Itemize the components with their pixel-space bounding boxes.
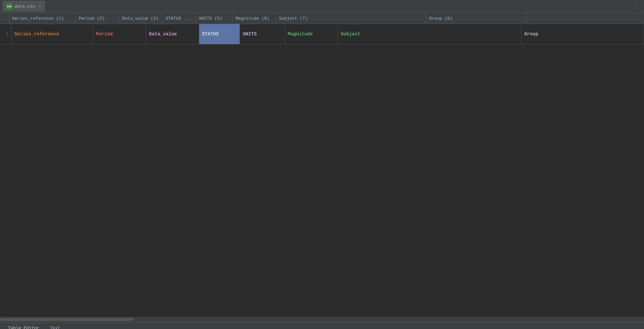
file-tab[interactable]: CSV data.csv × [3, 1, 45, 12]
col-header-subject[interactable]: Subject (7) [276, 13, 426, 24]
cell-1-magnitude[interactable]: Magnitude [285, 24, 338, 44]
col-header-status[interactable]: STATUS ... [163, 13, 196, 24]
cell-1-subject[interactable]: Subject [338, 24, 521, 44]
cell-1-units[interactable]: UNITS [240, 24, 285, 44]
cell-1-group[interactable]: Group [522, 24, 644, 44]
col-header-magnitude[interactable]: Magnitude (6) [233, 13, 276, 24]
tab-filename: data.csv [14, 4, 35, 9]
scrollbar-thumb[interactable] [0, 318, 133, 321]
csv-icon: CSV [6, 3, 12, 9]
horizontal-scrollbar[interactable] [0, 317, 644, 322]
cell-1-status[interactable]: STATUS [199, 24, 240, 44]
cell-1-data-value[interactable]: Data_value [146, 24, 199, 44]
cell-1-period[interactable]: Period [93, 24, 146, 44]
close-tab-button[interactable]: × [38, 4, 41, 9]
cell-1-series-ref[interactable]: Series_reference [11, 24, 93, 44]
table-scroll-area[interactable]: 1 Series_reference Period Data_value STA… [0, 24, 644, 317]
tab-table-editor[interactable]: Table Editor [3, 324, 45, 329]
col-header-series-ref[interactable]: Series_reference (1) [9, 13, 76, 24]
tab-bar: CSV data.csv × ⋮ [0, 0, 644, 13]
tab-text[interactable]: Text [45, 324, 66, 329]
table-row-1: 1 Series_reference Period Data_value STA… [0, 24, 644, 44]
col-header-period[interactable]: Period (2) [76, 13, 119, 24]
row-num-header [0, 13, 9, 24]
col-header-data-value[interactable]: Data_value (3) [119, 13, 163, 24]
column-header-row: Series_reference (1) Period (2) Data_val… [0, 13, 644, 24]
row-num-1: 1 [0, 24, 11, 44]
col-header-group[interactable]: Group (8) [426, 13, 527, 24]
more-options-button[interactable]: ⋮ [631, 3, 641, 10]
bottom-tab-bar: Table Editor Text [0, 322, 644, 329]
data-table: 1 Series_reference Period Data_value STA… [0, 24, 644, 44]
col-header-units[interactable]: UNITS (5) [196, 13, 233, 24]
